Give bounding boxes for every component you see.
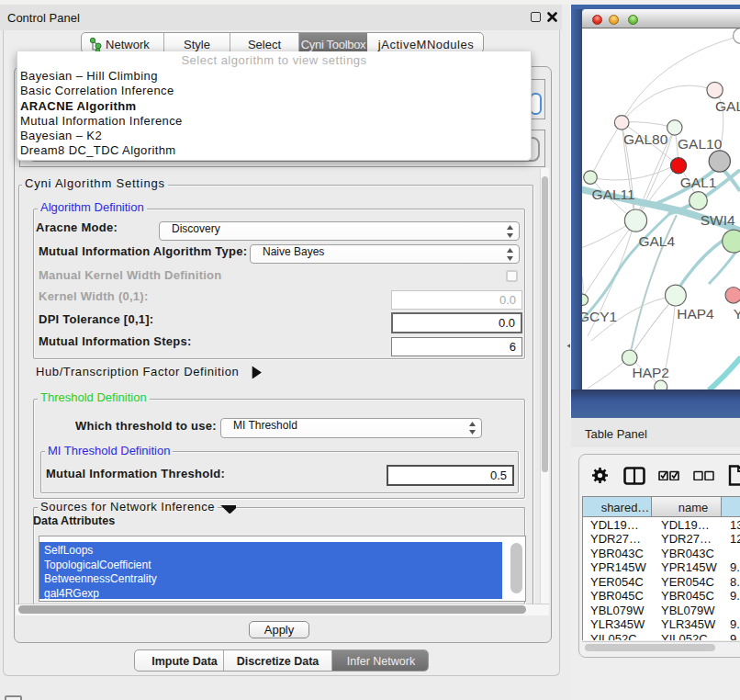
svg-text:GAL10: GAL10	[678, 136, 723, 152]
svg-text:GAL1: GAL1	[680, 175, 717, 190]
svg-text:HAP2: HAP2	[633, 365, 670, 380]
svg-text:GCY1: GCY1	[582, 309, 617, 324]
svg-text:GAL7: GAL7	[715, 98, 740, 114]
svg-text:YJ: YJ	[734, 306, 740, 322]
svg-text:GAL11: GAL11	[592, 186, 635, 202]
svg-text:GAL80: GAL80	[623, 131, 668, 147]
svg-text:GAL4: GAL4	[638, 233, 675, 249]
svg-text:HAP4: HAP4	[677, 306, 714, 322]
svg-text:SWI4: SWI4	[701, 212, 735, 228]
